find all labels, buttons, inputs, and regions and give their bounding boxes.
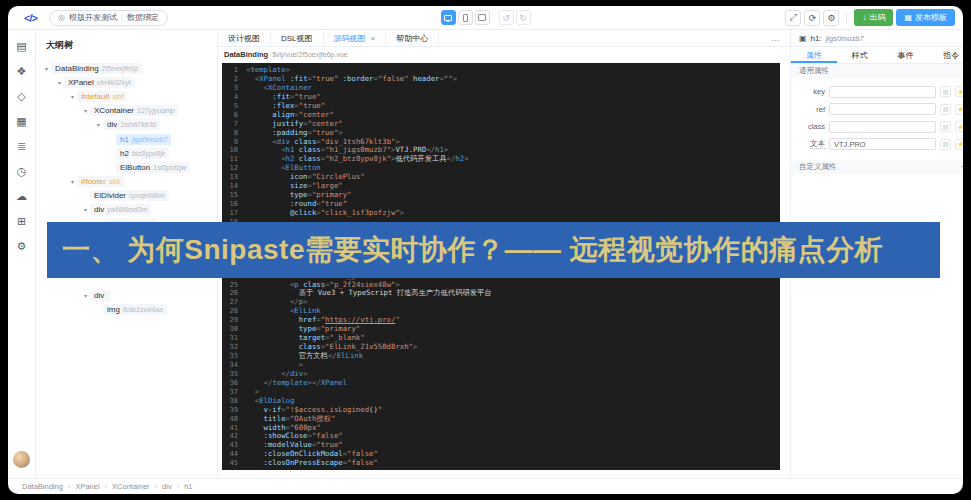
layout-icon[interactable]: ▦: [11, 109, 33, 134]
fullscreen-button[interactable]: ⤢: [785, 10, 801, 26]
caret-icon[interactable]: ▾: [68, 178, 77, 185]
publish-template-button[interactable]: ▦ 发布模板: [896, 9, 955, 26]
bind-expression-icon[interactable]: ⚡: [955, 86, 963, 97]
device-toggle-group: ↺ ↻: [441, 10, 531, 25]
outline-tree-icon[interactable]: ≣: [11, 134, 33, 159]
bind-code-icon[interactable]: [/]: [940, 139, 951, 150]
inspector-tab-样式[interactable]: 样式: [837, 47, 883, 63]
caret-icon[interactable]: ▾: [94, 121, 103, 128]
download-icon: ↓: [862, 13, 866, 22]
app-logo-icon[interactable]: </>: [24, 12, 37, 24]
tree-node-XContainer[interactable]: ▾XContainer127yjyuanip: [36, 104, 217, 118]
breadcrumb-item-XContainer[interactable]: XContainer: [112, 482, 150, 491]
editor-tabbar: 设计视图DSL视图源码视图×帮助中心…: [218, 30, 790, 47]
field-input-class[interactable]: [829, 121, 936, 133]
field-row-ref: ref[/]⚡: [795, 101, 963, 119]
apps-icon[interactable]: ⊞: [11, 209, 33, 234]
breadcrumb-item-DataBinding[interactable]: DataBinding: [22, 482, 63, 491]
undo-button[interactable]: ↺: [499, 10, 514, 25]
blocks-icon[interactable]: ❖: [11, 59, 33, 84]
api-cloud-icon[interactable]: ☁: [11, 184, 33, 209]
export-code-button[interactable]: ↓ 出码: [854, 9, 893, 26]
field-row-key: key[/]⚡: [795, 83, 963, 101]
caret-icon[interactable]: ▾: [55, 79, 64, 86]
inspector-tab-属性[interactable]: 属性: [791, 47, 837, 63]
code-line: 36 </template></XPanel: [222, 379, 780, 388]
tab-DSL视图[interactable]: DSL视图: [271, 30, 324, 46]
device-desktop-button[interactable]: [441, 10, 456, 25]
tablet-icon: [478, 14, 486, 21]
general-props-section: 通用属性: [791, 64, 963, 78]
bind-expression-icon[interactable]: ⚡: [955, 121, 963, 132]
tab-帮助中心[interactable]: 帮助中心: [386, 30, 439, 46]
add-property-button[interactable]: +: [961, 162, 963, 172]
breadcrumb-item-div[interactable]: div: [162, 482, 172, 491]
user-avatar[interactable]: [13, 451, 30, 468]
inspector-header: ▣ h1: jigs0muzb7: [791, 30, 963, 47]
bind-code-icon[interactable]: [/]: [940, 86, 951, 97]
refresh-button[interactable]: ⟳: [804, 10, 820, 26]
inspector-tab-指令[interactable]: 指令: [928, 47, 963, 63]
breadcrumb-item-XPanel[interactable]: XPanel: [75, 482, 99, 491]
bind-expression-icon[interactable]: ⚡: [955, 104, 963, 115]
field-label: ref: [795, 105, 825, 114]
close-tab-icon[interactable]: ×: [371, 34, 376, 43]
overlay-banner: 一、 为何Snipaste需要实时协作？—— 远程视觉协作的痛点分析: [47, 222, 940, 278]
bind-code-icon[interactable]: [/]: [940, 104, 951, 115]
tree-node-div[interactable]: ▾div1tsh67klt3b: [36, 118, 217, 132]
tab-源码视图[interactable]: 源码视图×: [324, 30, 387, 46]
publish-icon: ▦: [904, 13, 912, 22]
redo-button[interactable]: ↻: [516, 10, 531, 25]
caret-icon[interactable]: ▾: [42, 65, 51, 72]
field-input-key[interactable]: [829, 86, 936, 98]
tree-node-footer[interactable]: ▾#footerslot: [36, 175, 217, 189]
tab-设计视图[interactable]: 设计视图: [218, 30, 271, 46]
tree-node-h1[interactable]: h1jigs0muzb7: [36, 132, 217, 146]
field-input-ref[interactable]: [829, 103, 936, 115]
device-mobile-button[interactable]: [458, 10, 473, 25]
topbar: </> ◎ 模版开发测试 | 数据绑定 ↺ ↻ ⤢ ⟳ ⚙ ↓ 出码: [8, 6, 963, 30]
breadcrumb-item-h1[interactable]: h1: [184, 482, 192, 491]
tree-node-img[interactable]: imgfo9z1svd4aa: [36, 302, 217, 316]
component-icon: ▣: [799, 34, 807, 43]
caret-icon[interactable]: ▾: [68, 93, 77, 100]
icon-rail: ▤❖◇▦≣◷☁⊞⚙: [8, 30, 36, 478]
materials-icon[interactable]: ◇: [11, 84, 33, 109]
code-line: 45 :closOnPressEscape="false": [222, 459, 780, 468]
history-icon[interactable]: ◷: [11, 159, 33, 184]
selected-node-tag: h1:: [811, 34, 822, 43]
inspector-tab-事件[interactable]: 事件: [883, 47, 929, 63]
tree-node-div[interactable]: ▾divya66i6md3m: [36, 203, 217, 217]
project-tab-databinding[interactable]: 数据绑定: [127, 12, 159, 23]
tree-node-XPanel[interactable]: ▾XPanelvbr4k02kyt: [36, 75, 217, 89]
tree-node-h2[interactable]: h2btz8ypv8jk: [36, 146, 217, 160]
tree-node-DataBinding[interactable]: ▾DataBinding2f5oexjfe6p: [36, 61, 217, 75]
pill-divider: |: [121, 13, 123, 22]
field-row-文本: 文本[/]⚡: [795, 136, 963, 154]
caret-icon[interactable]: ▾: [81, 206, 90, 213]
field-label: class: [795, 122, 825, 131]
pages-icon[interactable]: ▤: [11, 34, 33, 59]
tab-overflow-button[interactable]: …: [771, 33, 780, 43]
tree-node-div[interactable]: ▾div: [36, 288, 217, 302]
project-tab-template-dev[interactable]: 模版开发测试: [69, 12, 117, 23]
file-pathbar: DataBinding $vtj/vue/2f5oexjfe6p.vue: [218, 47, 790, 62]
selected-node-id: jigs0muzb7: [826, 34, 864, 43]
tree-node-ElButton[interactable]: ElButton1sf3pofzjw: [36, 160, 217, 174]
field-label: key: [795, 87, 825, 96]
toolbar-divider: [846, 12, 847, 24]
tree-node-default[interactable]: ▾#defaultslot: [36, 89, 217, 103]
bind-expression-icon[interactable]: ⚡: [955, 139, 963, 150]
project-switcher[interactable]: ◎ 模版开发测试 | 数据绑定: [49, 10, 168, 26]
caret-icon[interactable]: ▾: [81, 107, 90, 114]
gear-icon[interactable]: ⚙: [11, 234, 33, 259]
tree-node-ElDivider[interactable]: ElDividercpvqe6i8oh: [36, 189, 217, 203]
field-input-文本[interactable]: [829, 138, 936, 150]
breadcrumb: DataBinding›XPanel›XContainer›div›h1: [8, 478, 963, 494]
device-tablet-button[interactable]: [475, 10, 490, 25]
code-line: 33 官方文档</ElLink: [222, 352, 780, 361]
caret-icon[interactable]: ▾: [81, 292, 90, 299]
field-label: 文本: [795, 139, 825, 149]
bind-code-icon[interactable]: [/]: [940, 121, 951, 132]
settings-button[interactable]: ⚙: [823, 10, 839, 26]
